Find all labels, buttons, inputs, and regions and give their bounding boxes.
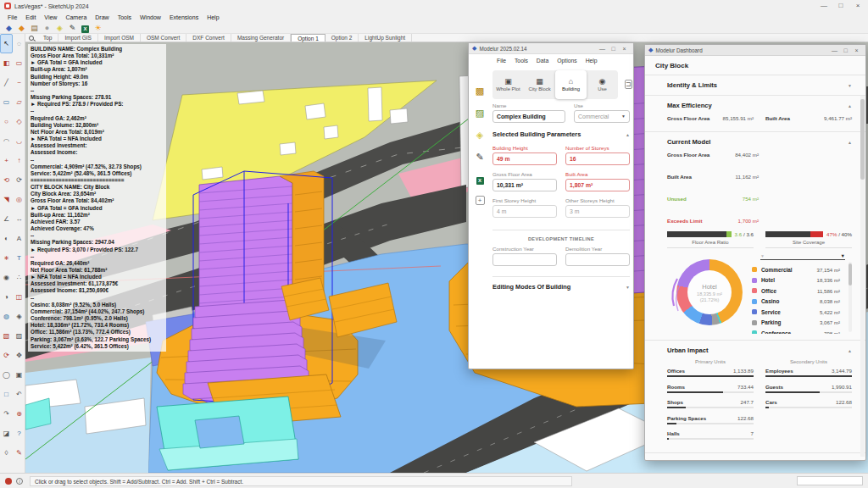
- tool-position-camera[interactable]: ◉: [0, 268, 13, 287]
- gfa-donut-chart[interactable]: Hotel 18,335.9 m² (21.72%): [667, 253, 752, 331]
- tool-pan[interactable]: ✥: [13, 346, 25, 365]
- tool-paint-bucket[interactable]: ◧: [0, 53, 13, 73]
- search-icon[interactable]: [25, 34, 37, 42]
- whole-plot-layers-icon[interactable]: ▩: [476, 86, 484, 97]
- scene-tab[interactable]: Option 2: [326, 34, 359, 42]
- scene-tab[interactable]: LightUp Sunlight: [359, 34, 412, 42]
- scene-tab[interactable]: Massing Generator: [231, 34, 291, 42]
- dialog-tab[interactable]: ⌂ Building: [555, 70, 587, 99]
- tool-move[interactable]: +: [0, 151, 13, 170]
- dialog-tab[interactable]: ◉ Use: [587, 70, 618, 99]
- tool-look-around[interactable]: ◑: [0, 287, 13, 307]
- dialog-close-button[interactable]: ×: [619, 46, 630, 52]
- cyan-c-building[interactable]: [157, 396, 298, 470]
- measurements-box[interactable]: [797, 476, 863, 485]
- menu-item[interactable]: Camera: [61, 14, 91, 20]
- chevron-down-icon[interactable]: ▼: [848, 83, 852, 88]
- modelur-dialog-titlebar[interactable]: ◆ Modelur 2025.02.14 — □ ×: [469, 43, 633, 54]
- tool-circle[interactable]: ○: [0, 112, 13, 131]
- terrain-layer-icon[interactable]: ◈: [476, 130, 483, 141]
- dialog-menu-item[interactable]: File: [492, 58, 510, 64]
- param-input[interactable]: 3 m: [565, 205, 630, 218]
- menu-item[interactable]: View: [40, 14, 61, 20]
- tool-rectangle[interactable]: ▭: [0, 92, 13, 112]
- scene-tab[interactable]: OSM Convert: [141, 34, 186, 42]
- tool-follow-me[interactable]: ⟳: [13, 170, 25, 190]
- tool-orbit[interactable]: ⟳: [0, 346, 13, 365]
- dialog-menu-item[interactable]: Options: [553, 58, 581, 64]
- tool-toggle-terrain[interactable]: ◈: [13, 307, 25, 326]
- legend-mode-select[interactable]: ▼ ▼: [760, 253, 845, 260]
- tool-extra-1[interactable]: ◊: [0, 443, 13, 463]
- legend-row[interactable]: Hotel 18,336 m²: [752, 275, 840, 286]
- chevron-up-icon[interactable]: ▲: [626, 132, 630, 137]
- dialog-tab[interactable]: ▣ Whole Plot: [492, 70, 524, 99]
- tool-two-point-arc[interactable]: ◡: [13, 131, 25, 151]
- tool-offset[interactable]: ◎: [13, 190, 25, 209]
- menu-item[interactable]: Help: [203, 14, 223, 20]
- section-identity-limits[interactable]: Identity & Limits▼: [645, 75, 865, 96]
- menu-item[interactable]: Window: [136, 14, 165, 20]
- dashboard-scrollbar[interactable]: [860, 96, 865, 457]
- dialog-menu-item[interactable]: Tools: [510, 58, 532, 64]
- param-input[interactable]: 16: [565, 152, 630, 165]
- tool-next-view[interactable]: ↷: [0, 404, 13, 424]
- timeline-input[interactable]: [492, 253, 557, 266]
- menu-item[interactable]: Extensions: [165, 14, 203, 20]
- dialog-menu-item[interactable]: Data: [532, 58, 553, 64]
- geolocation-status-icon[interactable]: [5, 478, 12, 485]
- tool-rotate[interactable]: ⟲: [0, 170, 13, 190]
- legend-row[interactable]: Commercial 37,154 m²: [752, 264, 840, 275]
- dashboard-minimize-button[interactable]: —: [829, 47, 840, 53]
- param-input[interactable]: 49 m: [492, 152, 557, 165]
- info-icon[interactable]: i: [16, 478, 23, 485]
- tool-zoom[interactable]: ◯: [0, 365, 13, 385]
- urban-block-icon[interactable]: ◆: [16, 24, 27, 33]
- tool-line[interactable]: ╱: [0, 73, 13, 92]
- chevron-up-icon[interactable]: ▲: [848, 140, 852, 145]
- tool-scale[interactable]: ◥: [0, 190, 13, 209]
- modelur-cube-icon[interactable]: ◆: [3, 24, 14, 33]
- window-close-button[interactable]: ×: [849, 0, 866, 12]
- sort-icon[interactable]: ▼: [760, 253, 765, 258]
- param-input[interactable]: 10,331 m²: [492, 179, 557, 191]
- tool-select[interactable]: ↖: [0, 34, 13, 53]
- tool-eraser[interactable]: ▭: [13, 53, 25, 73]
- add-item-button[interactable]: +: [476, 196, 485, 205]
- tool-previous-view[interactable]: ↶: [13, 385, 25, 404]
- tool-dimension[interactable]: ↔: [13, 209, 25, 229]
- menu-item[interactable]: Tools: [114, 14, 136, 20]
- chevron-up-icon[interactable]: ▲: [848, 460, 852, 461]
- sphere-icon[interactable]: ●: [42, 24, 53, 33]
- tool-styles[interactable]: ▨: [13, 326, 25, 346]
- menu-item[interactable]: File: [3, 14, 21, 20]
- chevron-down-icon[interactable]: ▼: [626, 285, 630, 290]
- tool-zoom-extents[interactable]: □: [0, 385, 13, 404]
- tool-3d-text[interactable]: T: [13, 248, 25, 268]
- chevron-up-icon[interactable]: ▲: [848, 103, 852, 108]
- tool-help[interactable]: ?: [13, 424, 25, 443]
- building-name-input[interactable]: Complex Building: [492, 110, 565, 123]
- scene-tab[interactable]: Top: [37, 34, 58, 42]
- tool-photo-match[interactable]: ▧: [0, 326, 13, 346]
- timeline-input[interactable]: [565, 253, 630, 266]
- legend-row[interactable]: Office 11,586 m²: [752, 286, 840, 297]
- scene-tab[interactable]: Import GIS: [58, 34, 97, 42]
- tool-lasso[interactable]: ◌: [13, 34, 25, 53]
- param-input[interactable]: 4 m: [492, 205, 557, 218]
- use-select[interactable]: Commercial ▼: [574, 110, 630, 123]
- scene-tab[interactable]: Option 1: [291, 34, 326, 42]
- legend-scrollbar[interactable]: [849, 262, 852, 332]
- chevron-up-icon[interactable]: ▲: [848, 348, 852, 353]
- window-minimize-button[interactable]: —: [815, 0, 832, 12]
- tool-section-fill[interactable]: ◪: [0, 424, 13, 443]
- draw-pencil-icon[interactable]: ✎: [476, 152, 483, 163]
- terrain-diamond-icon[interactable]: ◈: [54, 24, 65, 33]
- tool-walk[interactable]: ∴: [13, 268, 25, 287]
- new-tab-button[interactable]: ⊐: [625, 80, 632, 89]
- tool-section-plane[interactable]: ◫: [13, 287, 25, 307]
- tool-push-pull[interactable]: ↑: [13, 151, 25, 170]
- dialog-minimize-button[interactable]: —: [597, 46, 608, 52]
- tool-extra-2[interactable]: ✎: [13, 443, 25, 463]
- scene-tab[interactable]: Import OSM: [98, 34, 141, 42]
